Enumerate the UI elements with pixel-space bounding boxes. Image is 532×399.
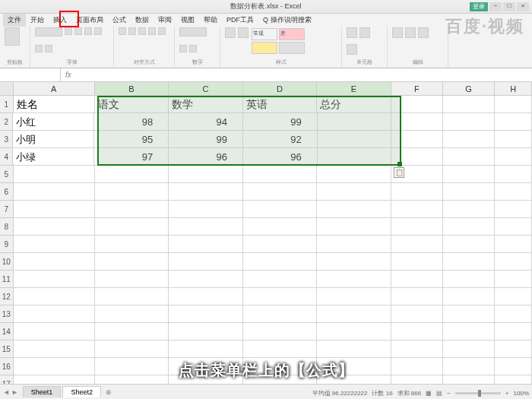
cell-E14[interactable] (317, 323, 391, 340)
bold-icon[interactable] (65, 27, 72, 35)
cell-F7[interactable] (391, 201, 443, 218)
rowhead-5[interactable]: 5 (0, 166, 14, 183)
cell-D4[interactable]: 96 (243, 148, 318, 166)
cell-A10[interactable] (14, 253, 95, 271)
style-highlight[interactable] (252, 42, 277, 54)
cell-G7[interactable] (443, 201, 495, 218)
cell-E9[interactable] (317, 236, 391, 253)
cell-E7[interactable] (317, 201, 391, 218)
paste-options-icon[interactable]: 📋 (394, 167, 404, 178)
cell-G8[interactable] (443, 218, 495, 236)
cell-B14[interactable] (95, 323, 169, 340)
rowhead-3[interactable]: 3 (0, 131, 13, 148)
delete-cell-icon[interactable] (359, 27, 370, 38)
cell-C3[interactable]: 99 (169, 131, 243, 148)
cell-E12[interactable] (317, 288, 391, 306)
cell-E6[interactable] (317, 183, 391, 201)
cell-C13[interactable] (169, 306, 242, 323)
sort-filter-icon[interactable] (405, 27, 416, 38)
cell-B7[interactable] (95, 201, 169, 218)
cell-D3[interactable]: 92 (243, 131, 318, 148)
cell-H12[interactable] (495, 288, 532, 306)
cell-H5[interactable] (495, 166, 532, 183)
cell-F13[interactable] (391, 306, 443, 323)
cell-D2[interactable]: 99 (243, 113, 318, 131)
cell-H7[interactable] (495, 201, 532, 218)
menu-4[interactable]: 公式 (108, 14, 131, 27)
select-all-corner[interactable] (0, 82, 14, 95)
rowhead-2[interactable]: 2 (0, 113, 13, 131)
cell-F15[interactable] (391, 340, 443, 358)
menu-10[interactable]: Q 操作说明搜索 (258, 14, 316, 27)
cell-A1[interactable]: 姓名 (14, 96, 95, 113)
cell-F11[interactable] (391, 271, 443, 288)
colhead-B[interactable]: B (95, 82, 169, 95)
table-format-icon[interactable] (238, 27, 249, 38)
signin-button[interactable]: 登录 (470, 2, 488, 11)
cell-D13[interactable] (243, 306, 317, 323)
cell-F9[interactable] (391, 236, 443, 253)
fx-icon[interactable]: fx (61, 71, 76, 79)
menu-3[interactable]: 页面布局 (71, 14, 108, 27)
cell-G6[interactable] (443, 183, 495, 201)
cell-D8[interactable] (243, 218, 317, 236)
cell-D5[interactable] (243, 166, 317, 183)
format-cell-icon[interactable] (347, 44, 357, 55)
rowhead-6[interactable]: 6 (0, 183, 14, 201)
cell-C1[interactable]: 数学 (169, 96, 242, 113)
cell-B15[interactable] (95, 340, 169, 358)
cell-D9[interactable] (243, 236, 317, 253)
cell-G13[interactable] (443, 306, 495, 323)
cell-A15[interactable] (14, 340, 95, 358)
cell-C4[interactable]: 96 (169, 148, 243, 166)
comma-icon[interactable] (189, 45, 197, 52)
cell-A4[interactable]: 小绿 (13, 148, 94, 166)
cell-E10[interactable] (317, 253, 391, 271)
menu-0[interactable]: 文件 (3, 14, 26, 27)
cell-H10[interactable] (495, 253, 532, 271)
cell-B5[interactable] (95, 166, 169, 183)
colhead-C[interactable]: C (169, 82, 242, 95)
border-icon[interactable] (94, 27, 102, 35)
colhead-G[interactable]: G (443, 82, 495, 95)
cell-C5[interactable] (169, 166, 242, 183)
cell-B6[interactable] (95, 183, 169, 201)
view-page-icon[interactable]: ▤ (436, 390, 442, 397)
rowhead-1[interactable]: 1 (0, 96, 14, 113)
find-icon[interactable] (418, 27, 429, 38)
cell-G12[interactable] (443, 288, 495, 306)
cell-H8[interactable] (495, 218, 532, 236)
cell-A2[interactable]: 小红 (13, 113, 94, 131)
font-select[interactable] (35, 27, 62, 36)
colhead-F[interactable]: F (391, 82, 443, 95)
cell-D6[interactable] (243, 183, 317, 201)
cell-E13[interactable] (317, 306, 391, 323)
cell-G11[interactable] (443, 271, 495, 288)
style-normal[interactable]: 常规 (252, 28, 277, 40)
rowhead-8[interactable]: 8 (0, 218, 14, 236)
cell-B13[interactable] (95, 306, 169, 323)
sheet-tab-2[interactable]: Sheet2 (62, 386, 101, 397)
cell-C9[interactable] (169, 236, 242, 253)
insert-cell-icon[interactable] (347, 27, 357, 38)
maximize-button[interactable]: □ (503, 2, 515, 11)
minimize-button[interactable]: − (489, 2, 502, 11)
cell-styles[interactable]: 常规 差 (251, 27, 306, 55)
cell-F10[interactable] (391, 253, 443, 271)
number-format[interactable] (179, 27, 207, 36)
cell-F4[interactable] (391, 148, 443, 166)
colhead-A[interactable]: A (14, 82, 95, 95)
colhead-D[interactable]: D (243, 82, 317, 95)
cell-A12[interactable] (14, 288, 95, 306)
menu-6[interactable]: 审阅 (154, 14, 176, 27)
cell-G5[interactable] (443, 166, 495, 183)
cell-G1[interactable] (443, 96, 495, 113)
cell-E8[interactable] (317, 218, 391, 236)
cell-B3[interactable]: 95 (94, 131, 169, 148)
cell-C8[interactable] (169, 218, 242, 236)
cell-C14[interactable] (169, 323, 242, 340)
rowhead-14[interactable]: 14 (0, 323, 14, 340)
cell-A6[interactable] (14, 183, 95, 201)
cell-C10[interactable] (169, 253, 242, 271)
cell-A3[interactable]: 小明 (13, 131, 94, 148)
